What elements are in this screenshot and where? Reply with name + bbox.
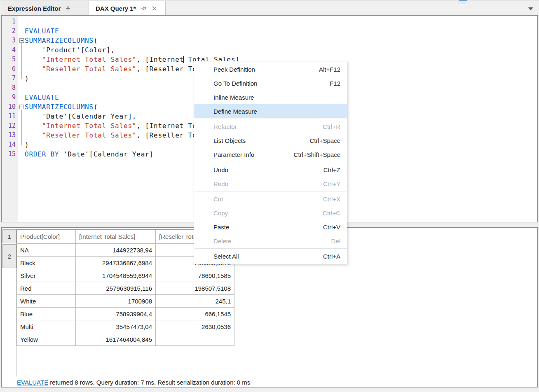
- value-cell[interactable]: 2947336867,6984: [76, 257, 156, 269]
- code-line: 'Date'[Calendar Year],: [25, 112, 136, 121]
- query-status-bar: EVALUATE returned 8 rows. Query duration…: [17, 377, 250, 387]
- fold-collapse-icon[interactable]: [19, 38, 24, 43]
- fold-collapse-icon[interactable]: [19, 105, 24, 109]
- menu-item-shortcut: Ctrl+A: [323, 253, 340, 260]
- menu-separator: [195, 191, 347, 191]
- result-set-number-1[interactable]: 1: [2, 229, 16, 243]
- menu-separator: [195, 162, 347, 162]
- menu-item-shortcut: F12: [330, 80, 340, 87]
- menu-item-shortcut: Ctrl+R: [323, 123, 340, 130]
- value-cell[interactable]: 2630,0536: [156, 320, 234, 333]
- menu-item-label: Peek Definition: [213, 66, 255, 73]
- value-cell[interactable]: 1617464004,845: [76, 333, 156, 346]
- menu-item-paste[interactable]: PasteCtrl+V: [194, 220, 347, 234]
- menu-item-list-objects[interactable]: List ObjectsCtrl+Space: [194, 133, 347, 147]
- tab-label: DAX Query 1*: [96, 5, 136, 12]
- tab-label: Expression Editor: [8, 5, 61, 12]
- menu-item-label: Define Measure: [213, 108, 257, 115]
- tab-strip: Expression Editor DAX Query 1*: [0, 0, 539, 15]
- code-line: ): [25, 74, 29, 83]
- row-label-cell[interactable]: Multi: [17, 320, 76, 333]
- value-cell[interactable]: 144922738,94: [76, 244, 156, 257]
- value-cell[interactable]: 666,1545: [156, 308, 234, 320]
- row-label-cell[interactable]: Black: [17, 257, 76, 269]
- menu-item-label: Redo: [213, 180, 228, 187]
- code-line: SUMMARIZECOLUMNS(: [25, 102, 98, 112]
- status-text: returned 8 rows. Query duration: 7 ms. R…: [48, 379, 250, 386]
- menu-item-shortcut: Ctrl+X: [323, 196, 340, 203]
- menu-item-shortcut: Ctrl+Shift+Space: [294, 151, 340, 158]
- menu-item-label: Select All: [213, 253, 239, 260]
- value-cell[interactable]: 245,1: [156, 295, 234, 308]
- menu-item-shortcut: Del: [331, 238, 340, 245]
- menu-separator: [195, 119, 347, 119]
- column-header[interactable]: [Internet Total Sales]: [76, 230, 156, 244]
- dax-editor-window: Expression Editor DAX Query 1*: [0, 0, 539, 392]
- row-label-cell[interactable]: Blue: [17, 308, 76, 320]
- row-label-cell[interactable]: Red: [17, 282, 76, 295]
- row-label-cell[interactable]: Yellow: [17, 333, 76, 346]
- menu-item-shortcut: Alt+F12: [319, 66, 340, 73]
- menu-item-label: Paste: [213, 224, 229, 231]
- menu-item-cut: CutCtrl+X: [194, 192, 347, 206]
- menu-item-label: Cut: [213, 196, 223, 203]
- menu-item-label: Parameter Info: [213, 151, 254, 158]
- menu-item-redo: RedoCtrl+Y: [194, 177, 347, 191]
- context-menu: Peek DefinitionAlt+F12Go To DefinitionF1…: [194, 61, 347, 264]
- menu-item-select-all[interactable]: Select AllCtrl+A: [194, 249, 347, 263]
- menu-item-refactor: RefactorCtrl+R: [194, 119, 347, 133]
- menu-item-inline-measure[interactable]: Inline Measure: [194, 90, 347, 104]
- chevron-down-icon[interactable]: [528, 7, 533, 10]
- column-header[interactable]: Product[Color]: [17, 230, 76, 244]
- close-icon[interactable]: [151, 5, 158, 12]
- row-label-cell[interactable]: NA: [17, 244, 76, 257]
- value-cell[interactable]: [156, 333, 234, 346]
- value-cell[interactable]: 198507,5108: [156, 282, 234, 295]
- menu-item-go-to-definition[interactable]: Go To DefinitionF12: [194, 76, 347, 90]
- tab-dax-query-1[interactable]: DAX Query 1*: [89, 1, 166, 16]
- code-line: EVALUATE: [25, 26, 59, 36]
- menu-item-define-measure[interactable]: Define Measure: [194, 104, 347, 118]
- value-cell[interactable]: 1704548559,6944: [76, 269, 156, 282]
- tab-strip-marker: [459, 0, 467, 4]
- code-line: ): [25, 140, 29, 149]
- menu-item-delete: DeleteDel: [194, 234, 347, 248]
- menu-item-label: Undo: [213, 166, 228, 173]
- menu-item-label: Go To Definition: [213, 80, 257, 87]
- menu-item-shortcut: Ctrl+Z: [323, 166, 340, 173]
- menu-item-label: Delete: [213, 238, 231, 245]
- code-line: SUMMARIZECOLUMNS(: [25, 36, 98, 45]
- value-cell[interactable]: 758939904,4: [76, 308, 156, 320]
- menu-separator: [195, 248, 347, 249]
- menu-item-label: Inline Measure: [213, 94, 254, 101]
- menu-item-parameter-info[interactable]: Parameter InfoCtrl+Shift+Space: [194, 147, 347, 161]
- tab-expression-editor[interactable]: Expression Editor: [1, 1, 89, 16]
- menu-item-shortcut: Ctrl+V: [323, 224, 340, 231]
- menu-item-peek-definition[interactable]: Peek DefinitionAlt+F12: [194, 62, 347, 76]
- evaluate-link[interactable]: EVALUATE: [17, 379, 48, 386]
- menu-item-label: Copy: [213, 210, 228, 217]
- menu-item-label: List Objects: [213, 137, 246, 144]
- value-cell[interactable]: 35457473,04: [76, 320, 156, 333]
- value-cell[interactable]: 2579630915,116: [76, 282, 156, 295]
- value-cell[interactable]: 1700908: [76, 295, 156, 308]
- pin-icon[interactable]: [64, 5, 72, 12]
- row-label-cell[interactable]: White: [17, 295, 76, 308]
- menu-item-shortcut: Ctrl+C: [323, 210, 340, 217]
- menu-item-label: Refactor: [213, 123, 237, 130]
- menu-item-copy: CopyCtrl+C: [194, 206, 347, 220]
- menu-item-shortcut: Ctrl+Y: [323, 180, 340, 187]
- result-set-number-2[interactable]: 2: [2, 244, 16, 268]
- code-line: 'Product'[Color],: [25, 45, 115, 55]
- pin-icon[interactable]: [140, 5, 147, 12]
- code-line: ORDER BY 'Date'[Calendar Year]: [25, 149, 154, 159]
- row-label-cell[interactable]: Silver: [17, 269, 76, 282]
- menu-item-undo[interactable]: UndoCtrl+Z: [194, 163, 347, 177]
- code-line: EVALUATE: [25, 93, 59, 102]
- value-cell[interactable]: 78690,1585: [156, 269, 234, 282]
- menu-item-shortcut: Ctrl+Space: [309, 137, 340, 144]
